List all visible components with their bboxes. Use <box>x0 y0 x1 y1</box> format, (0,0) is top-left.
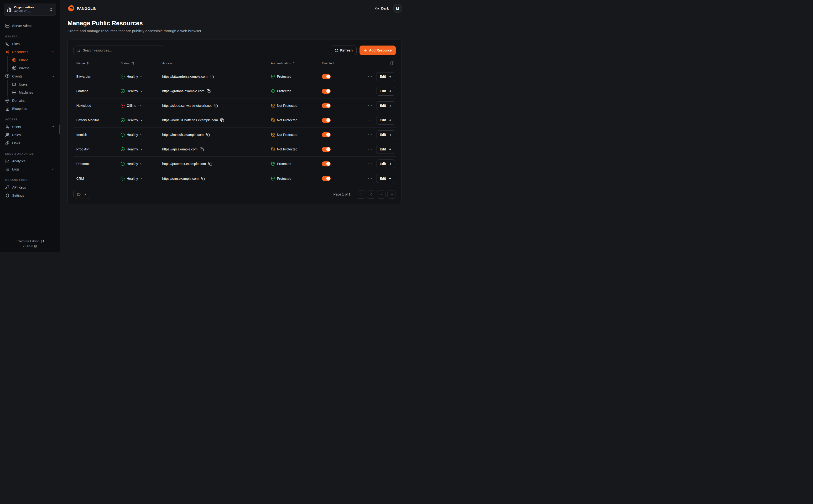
authentication-label: Protected <box>277 75 291 78</box>
status-dropdown[interactable]: Healthy <box>120 162 143 166</box>
sidebar-item-sites[interactable]: Sites <box>4 40 56 48</box>
copy-url-button[interactable] <box>201 177 205 180</box>
status-dropdown[interactable]: Healthy <box>120 147 143 151</box>
sidebar-item-logs[interactable]: Logs <box>4 165 56 173</box>
resources-card: Refresh Add Resource Name <box>67 40 402 204</box>
resource-url: https://api.example.com <box>162 147 197 151</box>
chevron-up-icon <box>51 74 55 78</box>
sort-by-status[interactable]: Status <box>120 62 134 65</box>
row-menu-button[interactable] <box>368 89 372 93</box>
search-input[interactable] <box>73 46 164 55</box>
sidebar-item-label: Logs <box>12 167 48 171</box>
enabled-toggle[interactable] <box>322 147 331 152</box>
first-page-button[interactable] <box>356 190 365 199</box>
page-size-select[interactable]: 20 <box>73 190 90 199</box>
enabled-toggle[interactable] <box>322 132 331 137</box>
enabled-toggle[interactable] <box>322 161 331 166</box>
server-icon <box>12 90 16 95</box>
enabled-toggle[interactable] <box>322 89 331 94</box>
status-dropdown[interactable]: Healthy <box>120 89 143 93</box>
table-row: Grafana Healthy https://grafana.example.… <box>73 84 396 98</box>
row-menu-button[interactable] <box>368 147 372 151</box>
edit-button[interactable]: Edit <box>376 130 395 139</box>
copy-url-button[interactable] <box>200 147 204 151</box>
shield-check-icon <box>271 176 275 181</box>
sidebar-scrollbar-thumb[interactable] <box>59 124 60 134</box>
copy-url-button[interactable] <box>208 162 212 166</box>
sidebar-item-label: Private <box>19 66 55 70</box>
status-dropdown[interactable]: Healthy <box>120 133 143 137</box>
resource-name: Grafana <box>76 89 88 93</box>
sidebar-item-label: Public <box>19 58 55 62</box>
sort-by-authentication[interactable]: Authentication <box>271 62 296 65</box>
refresh-button[interactable]: Refresh <box>331 46 356 55</box>
add-resource-button[interactable]: Add Resource <box>359 46 396 55</box>
sort-by-name[interactable]: Name <box>76 62 90 65</box>
enabled-toggle[interactable] <box>322 74 331 79</box>
sidebar-item-clients-users[interactable]: Users <box>10 80 56 88</box>
arrow-right-icon <box>388 162 392 166</box>
status-dropdown[interactable]: Offline <box>120 103 141 108</box>
row-menu-button[interactable] <box>368 133 372 137</box>
edit-button[interactable]: Edit <box>376 159 395 168</box>
edit-button[interactable]: Edit <box>376 72 395 81</box>
row-menu-button[interactable] <box>368 74 372 79</box>
copy-url-button[interactable] <box>206 133 210 137</box>
copy-url-button[interactable] <box>220 118 224 122</box>
last-page-button[interactable] <box>387 190 396 199</box>
sidebar-item-domains[interactable]: Domains <box>4 97 56 105</box>
previous-page-button[interactable] <box>367 190 375 199</box>
chevron-down-icon <box>138 104 141 107</box>
status-dropdown[interactable]: Healthy <box>120 176 143 181</box>
sidebar-item-resources[interactable]: Resources <box>4 48 56 56</box>
sidebar-item-label: Links <box>12 141 55 145</box>
status-label: Healthy <box>127 177 138 180</box>
enabled-toggle[interactable] <box>322 176 331 181</box>
arrow-right-icon <box>388 148 392 151</box>
theme-toggle[interactable]: Dark <box>375 6 389 10</box>
edit-button-label: Edit <box>380 177 386 180</box>
enabled-toggle[interactable] <box>322 118 331 123</box>
column-visibility-button[interactable] <box>390 61 394 65</box>
edit-button[interactable]: Edit <box>376 87 395 96</box>
sidebar-item-api-keys[interactable]: API Keys <box>4 183 56 191</box>
edit-button[interactable]: Edit <box>376 101 395 110</box>
row-menu-button[interactable] <box>368 162 372 166</box>
status-dropdown[interactable]: Healthy <box>120 118 143 122</box>
edit-button[interactable]: Edit <box>376 116 395 125</box>
sidebar-item-settings[interactable]: Settings <box>4 191 56 200</box>
theme-label: Dark <box>381 6 389 10</box>
edit-button[interactable]: Edit <box>376 174 395 183</box>
version-link[interactable]: v1.13.0 <box>4 244 56 248</box>
sidebar-item-server-admin[interactable]: Server Admin <box>4 22 56 30</box>
sidebar-item-users[interactable]: Users <box>4 123 56 131</box>
sidebar-item-roles[interactable]: Roles <box>4 131 56 139</box>
sidebar-item-machines[interactable]: Machines <box>10 88 56 97</box>
circle-x-icon <box>120 103 125 108</box>
copy-url-button[interactable] <box>207 89 211 93</box>
resource-name: Prod API <box>76 147 89 151</box>
sidebar-item-analytics[interactable]: Analytics <box>4 157 56 165</box>
resource-url: https://proxmox.example.com <box>162 162 206 166</box>
monitor-up-icon <box>5 74 10 78</box>
copy-url-button[interactable] <box>210 75 214 78</box>
enabled-toggle[interactable] <box>322 103 331 108</box>
edition-link[interactable]: Enterprise Edition <box>4 239 56 243</box>
organization-selector[interactable]: Organization ACME Corp. <box>4 4 56 15</box>
edit-button[interactable]: Edit <box>376 145 395 154</box>
next-page-button[interactable] <box>377 190 385 199</box>
row-menu-button[interactable] <box>368 176 372 181</box>
avatar[interactable]: M <box>393 4 402 13</box>
status-dropdown[interactable]: Healthy <box>120 74 143 79</box>
copy-url-button[interactable] <box>214 104 218 108</box>
resource-url: https://grafana.example.com <box>162 89 204 93</box>
sidebar-item-blueprints[interactable]: Blueprints <box>4 105 56 113</box>
sidebar-item-public[interactable]: Public <box>10 56 56 64</box>
sidebar-item-private[interactable]: Private <box>10 64 56 72</box>
sidebar-item-links[interactable]: Links <box>4 139 56 147</box>
brand-logo[interactable]: PANGOLIN <box>67 5 97 12</box>
row-menu-button[interactable] <box>368 103 372 108</box>
row-menu-button[interactable] <box>368 118 372 122</box>
sidebar-item-clients[interactable]: Clients <box>4 72 56 80</box>
list-icon <box>5 167 10 171</box>
